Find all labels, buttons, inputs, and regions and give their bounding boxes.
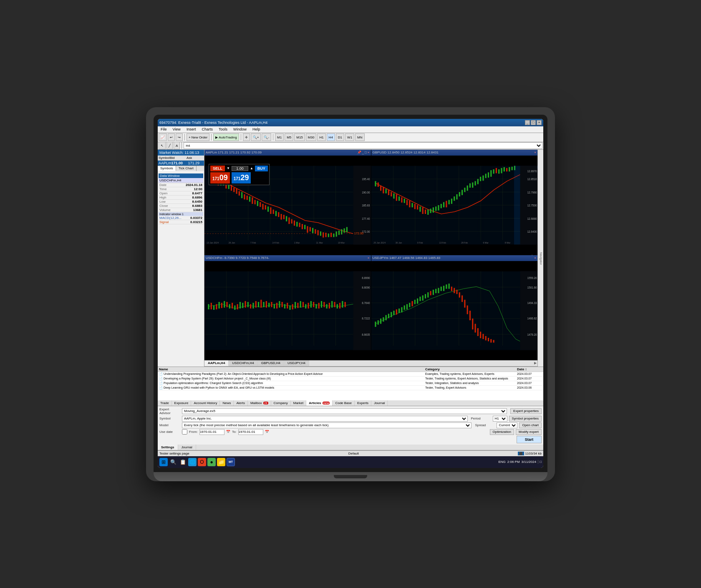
chart4-close[interactable]: × bbox=[534, 256, 536, 260]
zoom-in-btn[interactable]: 🔍+ bbox=[251, 133, 261, 141]
use-date-checkbox[interactable] bbox=[182, 429, 187, 435]
close-button[interactable]: × bbox=[537, 120, 542, 125]
sell-button[interactable]: SELL bbox=[210, 166, 225, 171]
buy-button[interactable]: BUY bbox=[255, 166, 268, 171]
from-date-picker[interactable]: 📅 bbox=[226, 430, 230, 434]
svg-rect-253 bbox=[403, 305, 405, 309]
tab-company[interactable]: Company bbox=[271, 400, 291, 406]
mt4-taskbar-icon[interactable]: MT bbox=[227, 458, 235, 466]
maximize-button[interactable]: □ bbox=[531, 120, 536, 125]
chart-usdjpy[interactable]: USDJPYm 1467.47 1468.56 1464.83 1465.83 … bbox=[371, 255, 538, 360]
open-chart-btn[interactable]: Open chart bbox=[519, 422, 542, 428]
period-m5[interactable]: M5 bbox=[285, 133, 293, 141]
news-row-4[interactable]: 📄 Deep Learning GRU model with Python to… bbox=[158, 386, 543, 390]
period-m1[interactable]: M1 bbox=[275, 133, 284, 141]
tab-market[interactable]: Market bbox=[291, 400, 306, 406]
crosshair-btn[interactable]: ✛ bbox=[243, 133, 250, 141]
timeframe-select[interactable]: H4 bbox=[184, 142, 542, 149]
search-icon[interactable]: 🔍 bbox=[169, 458, 177, 466]
line-btn[interactable]: ╱ bbox=[166, 142, 173, 149]
tester-tab-journal[interactable]: Journal bbox=[178, 445, 196, 450]
minimize-button[interactable]: _ bbox=[525, 120, 530, 125]
chart-tab-usdjpy[interactable]: USDJPY,H4 bbox=[284, 360, 309, 366]
tab-journal[interactable]: Journal bbox=[371, 400, 388, 406]
from-date-input[interactable] bbox=[199, 429, 224, 435]
text-btn[interactable]: A bbox=[174, 142, 180, 149]
menu-tools[interactable]: Tools bbox=[217, 127, 229, 131]
menu-insert[interactable]: Insert bbox=[185, 127, 197, 131]
svg-rect-247 bbox=[388, 314, 389, 318]
spread-select[interactable]: Current bbox=[497, 422, 517, 428]
tab-codebase[interactable]: Code Base bbox=[333, 400, 355, 406]
data-signal-row: Signal 0.03215 bbox=[159, 220, 203, 224]
period-h4[interactable]: H4 bbox=[327, 133, 335, 141]
tab-articles[interactable]: Articles new bbox=[306, 400, 333, 406]
period-m30[interactable]: M30 bbox=[306, 133, 317, 141]
start-btn[interactable]: Start bbox=[517, 436, 542, 443]
market-watch-row-aapl[interactable]: AAPLm 171.00 171.29 bbox=[158, 161, 204, 166]
tab-experts[interactable]: Experts bbox=[355, 400, 371, 406]
news-row-2[interactable]: 📄 Developing a Replay System (Part 29): … bbox=[158, 377, 543, 381]
taskview-icon[interactable]: 📋 bbox=[179, 458, 187, 466]
new-order-btn[interactable]: + New Order bbox=[187, 133, 209, 141]
tester-tab-settings[interactable]: Settings bbox=[158, 445, 178, 450]
period-mn[interactable]: MN bbox=[355, 133, 364, 141]
chart2-close[interactable]: × bbox=[534, 151, 536, 154]
menu-view[interactable]: View bbox=[171, 127, 182, 131]
tick-chart-tab[interactable]: Tick Chart bbox=[176, 166, 197, 171]
chart-tab-gbpusd[interactable]: GBPUSD,H4 bbox=[258, 360, 284, 366]
chart-tab-usdchf[interactable]: USDCHFm,H4 bbox=[229, 360, 257, 366]
period-h1[interactable]: H1 bbox=[317, 133, 325, 141]
optimization-btn[interactable]: Optimization bbox=[490, 429, 514, 435]
menu-file[interactable]: File bbox=[159, 127, 168, 131]
chart-aapl[interactable]: AAPLm 171.21 171.21 170.92 170.09 📌 _ □ … bbox=[204, 150, 371, 255]
tab-mailbox[interactable]: Mailbox 28 bbox=[248, 400, 271, 406]
modify-expert-btn[interactable]: Modify expert bbox=[516, 429, 542, 435]
model-select[interactable]: Every tick (the most precise method base… bbox=[182, 422, 472, 428]
period-d1[interactable]: D1 bbox=[336, 133, 344, 141]
redo-btn[interactable]: ↪ bbox=[176, 133, 183, 141]
symbols-tab[interactable]: Symbols bbox=[158, 166, 176, 171]
symbol-properties-btn[interactable]: Symbol properties bbox=[509, 416, 542, 422]
chart1-pin[interactable]: 📌 bbox=[357, 151, 361, 154]
tab-account-history[interactable]: Account History bbox=[191, 400, 220, 406]
news-row-1[interactable]: 📄 Understanding Programming Paradigms (P… bbox=[158, 372, 543, 377]
nav-navigator[interactable]: Navigator bbox=[539, 251, 543, 266]
chart-tab-aapl[interactable]: AAPLm,H4 bbox=[204, 360, 229, 366]
chart1-close[interactable]: × bbox=[368, 151, 370, 154]
expert-properties-btn[interactable]: Expert properties bbox=[510, 408, 542, 414]
tab-alerts[interactable]: Alerts bbox=[234, 400, 247, 406]
autotrading-btn[interactable]: ▶ AutoTrading bbox=[213, 133, 239, 141]
expert-advisor-select[interactable]: Moving_Average.ex5 bbox=[182, 408, 507, 414]
news-row-3[interactable]: 📄 Population optimization algorithms: Ch… bbox=[158, 381, 543, 386]
symbol-select[interactable]: AAPLm, Apple Inc. bbox=[182, 416, 468, 422]
tab-trade[interactable]: Trade bbox=[158, 400, 172, 406]
edge-icon[interactable]: 🌐 bbox=[188, 458, 197, 466]
chart1-max[interactable]: □ bbox=[365, 151, 367, 154]
menu-help[interactable]: Help bbox=[251, 127, 262, 131]
chrome-icon[interactable]: ● bbox=[207, 458, 216, 466]
period-select[interactable]: H1 bbox=[493, 416, 507, 422]
chart-gbpusd[interactable]: GBPUSD 12.8450 12.8524 12.8314 12.8431 × bbox=[371, 150, 538, 255]
show-desktop-btn[interactable]: □ bbox=[538, 460, 542, 464]
to-date-input[interactable] bbox=[238, 429, 263, 435]
zoom-out-btn[interactable]: 🔍- bbox=[262, 133, 271, 141]
tab-exposure[interactable]: Exposure bbox=[172, 400, 192, 406]
chart1-min[interactable]: _ bbox=[362, 151, 364, 154]
chart3-close[interactable]: × bbox=[368, 256, 370, 260]
to-date-picker[interactable]: 📅 bbox=[265, 430, 269, 434]
new-chart-btn[interactable]: 📈 bbox=[159, 133, 167, 141]
menu-charts[interactable]: Charts bbox=[200, 127, 214, 131]
tab-news[interactable]: News bbox=[220, 400, 234, 406]
menu-window[interactable]: Window bbox=[232, 127, 248, 131]
cursor-btn[interactable]: ↖ bbox=[159, 142, 166, 149]
start-button[interactable]: ⊞ bbox=[159, 458, 168, 466]
period-w1[interactable]: W1 bbox=[345, 133, 354, 141]
undo-btn[interactable]: ↩ bbox=[168, 133, 175, 141]
opera-icon[interactable]: O bbox=[198, 458, 206, 466]
folder-icon[interactable]: 📁 bbox=[217, 458, 225, 466]
chart-usdchf[interactable]: USDCHFm -9.7390 9.7723 9.7548 9.7674- × bbox=[204, 255, 371, 360]
lot-input[interactable] bbox=[232, 166, 248, 171]
scroll-right[interactable]: ▶ bbox=[533, 360, 537, 366]
period-m15[interactable]: M15 bbox=[294, 133, 305, 141]
